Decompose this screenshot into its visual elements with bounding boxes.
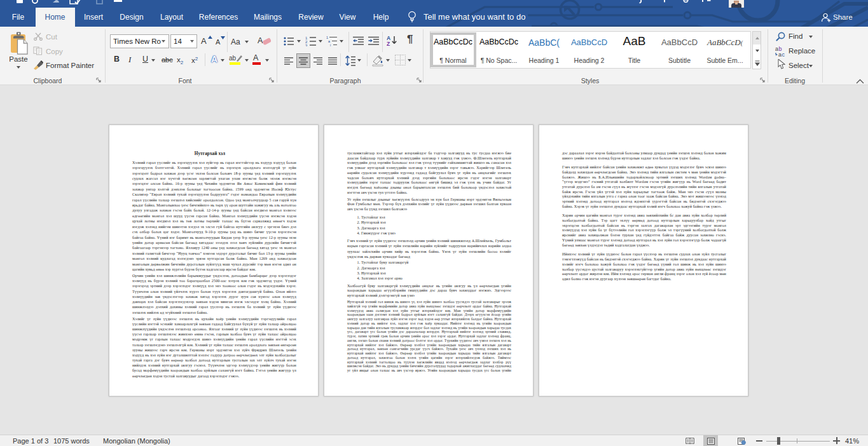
- svg-text:i: i: [330, 43, 331, 46]
- svg-text:c: c: [782, 51, 785, 57]
- svg-text:a: a: [778, 51, 782, 57]
- svg-text:Z: Z: [387, 41, 390, 46]
- svg-text:ab: ab: [229, 55, 237, 62]
- svg-text:3: 3: [305, 44, 308, 47]
